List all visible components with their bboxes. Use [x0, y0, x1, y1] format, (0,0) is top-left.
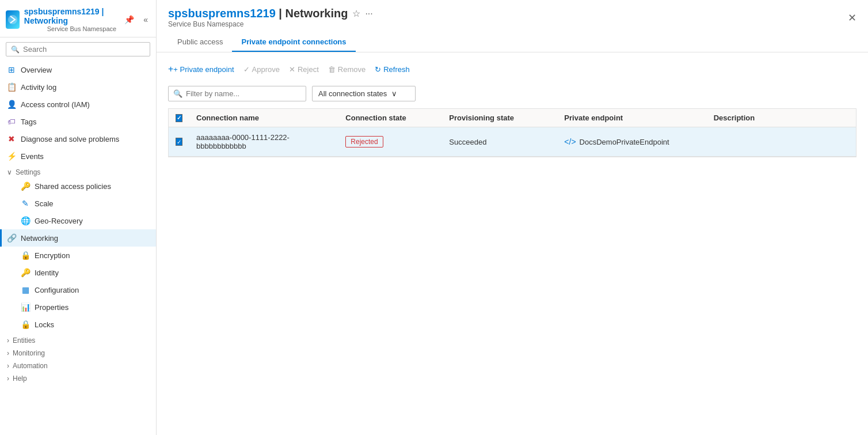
select-all-checkbox[interactable]: ✓ — [176, 114, 182, 122]
encryption-icon: 🔒 — [21, 251, 30, 260]
properties-icon: 📊 — [21, 302, 30, 312]
sidebar-section-automation[interactable]: › Automation — [0, 358, 156, 371]
sidebar-label-overview: Overview — [21, 66, 52, 74]
sidebar-item-networking[interactable]: 🔗 Networking — [0, 229, 156, 247]
shared-access-icon: 🔑 — [21, 181, 30, 191]
sidebar-section-monitoring[interactable]: › Monitoring — [0, 346, 156, 358]
sidebar-label-diagnose: Diagnose and solve problems — [21, 135, 119, 143]
refresh-icon: ↻ — [375, 65, 381, 74]
sidebar-item-access-control[interactable]: 👤 Access control (IAM) — [0, 96, 156, 113]
table-row[interactable]: ✓ aaaaaaaa-0000-1111-2222-bbbbbbbbbbbb R… — [169, 127, 856, 157]
filter-input-container[interactable]: 🔍 — [168, 86, 306, 101]
app-icon — [6, 10, 20, 29]
sidebar-item-geo-recovery[interactable]: 🌐 Geo-Recovery — [0, 212, 156, 229]
sidebar-item-overview[interactable]: ⊞ Overview — [0, 61, 156, 78]
activity-log-icon: 📋 — [7, 82, 16, 92]
page-title: spsbuspremns1219 | Networking ☆ ··· Serv… — [168, 7, 373, 28]
sidebar-subtitle: Service Bus Namespace — [47, 25, 117, 32]
chevron-right-monitoring-icon: › — [7, 349, 9, 357]
reject-button[interactable]: ✕ Reject — [289, 63, 319, 76]
sidebar-item-activity-log[interactable]: 📋 Activity log — [0, 78, 156, 96]
table-header-row: ✓ Connection name Connection state Provi… — [169, 109, 856, 127]
locks-icon: 🔒 — [21, 320, 30, 329]
content-area: + + Private endpoint ✓ Approve ✕ Reject … — [157, 52, 868, 435]
identity-icon: 🔑 — [21, 268, 30, 277]
events-icon: ⚡ — [7, 152, 16, 161]
x-icon: ✕ — [289, 65, 295, 74]
dropdown-label: All connection states — [318, 89, 387, 98]
toolbar: + + Private endpoint ✓ Approve ✕ Reject … — [168, 62, 856, 77]
chevron-right-help-icon: › — [7, 375, 9, 383]
plus-icon: + — [168, 64, 173, 74]
sidebar-section-entities[interactable]: › Entities — [0, 333, 156, 346]
sidebar-title: spsbuspremns1219 | Networking — [24, 7, 117, 25]
sidebar-label-identity: Identity — [35, 268, 59, 277]
tab-public-access[interactable]: Public access — [168, 33, 232, 52]
col-header-connection-state: Connection state — [338, 109, 442, 127]
page-subtitle: Service Bus Namespace — [168, 20, 373, 28]
chevron-right-icon: › — [7, 336, 9, 345]
diagnose-icon: ✖ — [7, 134, 16, 143]
chevron-down-dropdown-icon: ∨ — [391, 89, 397, 98]
remove-button[interactable]: 🗑 Remove — [328, 63, 366, 76]
col-header-description: Description — [707, 109, 856, 127]
favorite-button[interactable]: ☆ — [352, 8, 360, 19]
overview-icon: ⊞ — [7, 65, 16, 74]
sidebar: spsbuspremns1219 | Networking Service Bu… — [0, 0, 157, 435]
row-checkbox[interactable]: ✓ — [176, 138, 182, 146]
close-button[interactable]: ✕ — [848, 12, 856, 24]
sidebar-item-shared-access[interactable]: 🔑 Shared access policies — [0, 177, 156, 195]
sidebar-label-tags: Tags — [21, 118, 36, 126]
access-control-icon: 👤 — [7, 100, 16, 109]
sidebar-item-identity[interactable]: 🔑 Identity — [0, 264, 156, 281]
sidebar-label-networking: Networking — [21, 234, 58, 243]
chevron-down-icon: ∨ — [7, 168, 12, 176]
add-private-endpoint-button[interactable]: + + Private endpoint — [168, 62, 234, 77]
search-icon: 🔍 — [11, 46, 20, 54]
sidebar-section-help[interactable]: › Help — [0, 371, 156, 384]
collapse-button[interactable]: « — [141, 14, 150, 25]
sidebar-label-access-control: Access control (IAM) — [21, 100, 90, 109]
select-all-header[interactable]: ✓ — [169, 109, 189, 127]
sidebar-label-activity-log: Activity log — [21, 83, 56, 92]
sidebar-label-scale: Scale — [35, 199, 54, 208]
row-description — [707, 127, 856, 156]
scale-icon: ✎ — [21, 199, 30, 208]
search-input[interactable] — [23, 45, 145, 54]
sidebar-label-encryption: Encryption — [35, 251, 70, 260]
sidebar-item-diagnose[interactable]: ✖ Diagnose and solve problems — [0, 130, 156, 147]
sidebar-item-events[interactable]: ⚡ Events — [0, 147, 156, 165]
sidebar-item-properties[interactable]: 📊 Properties — [0, 298, 156, 316]
endpoint-icon: </> — [564, 137, 576, 146]
tab-private-endpoint[interactable]: Private endpoint connections — [232, 33, 355, 52]
more-options-button[interactable]: ··· — [365, 9, 372, 19]
sidebar-section-settings[interactable]: ∨ Settings — [0, 165, 156, 177]
search-box[interactable]: 🔍 — [6, 42, 150, 56]
sidebar-item-locks[interactable]: 🔒 Locks — [0, 316, 156, 333]
sidebar-item-scale[interactable]: ✎ Scale — [0, 195, 156, 212]
sidebar-item-configuration[interactable]: ▦ Configuration — [0, 281, 156, 298]
sidebar-label-configuration: Configuration — [35, 286, 79, 294]
chevron-right-automation-icon: › — [7, 362, 9, 370]
col-header-provisioning-state: Provisioning state — [442, 109, 557, 127]
sidebar-label-events: Events — [21, 152, 44, 161]
refresh-button[interactable]: ↻ Refresh — [375, 63, 410, 76]
tags-icon: 🏷 — [7, 117, 16, 126]
sidebar-item-tags[interactable]: 🏷 Tags — [0, 113, 156, 130]
configuration-icon: ▦ — [21, 285, 30, 294]
filter-by-name-input[interactable] — [186, 89, 301, 98]
sidebar-item-encryption[interactable]: 🔒 Encryption — [0, 247, 156, 264]
row-checkbox-cell[interactable]: ✓ — [169, 127, 189, 156]
remove-icon: 🗑 — [328, 65, 336, 74]
connection-state-dropdown[interactable]: All connection states ∨ — [312, 86, 416, 101]
row-connection-name: aaaaaaaa-0000-1111-2222-bbbbbbbbbbbb — [189, 127, 338, 156]
filter-icon: 🔍 — [173, 89, 182, 98]
approve-button[interactable]: ✓ Approve — [243, 63, 280, 76]
row-provisioning-state: Succeeded — [442, 127, 557, 156]
sidebar-label-locks: Locks — [35, 320, 54, 329]
filter-row: 🔍 All connection states ∨ — [168, 86, 856, 101]
sidebar-nav: ⊞ Overview 📋 Activity log 👤 Access contr… — [0, 61, 156, 384]
row-private-endpoint: </> DocsDemoPrivateEndpoint — [557, 127, 706, 156]
pin-button[interactable]: 📌 — [122, 14, 136, 25]
checkmark-icon: ✓ — [243, 65, 250, 74]
